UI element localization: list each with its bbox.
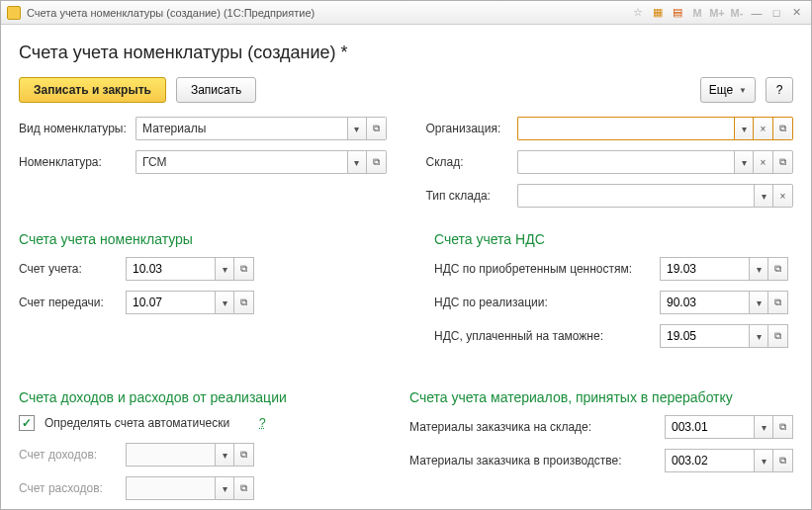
auto-checkbox[interactable]: ✓ (19, 415, 35, 431)
income-label: Счет доходов: (19, 448, 118, 462)
open-icon[interactable]: ⧉ (768, 257, 788, 281)
dropdown-icon[interactable]: ▾ (734, 117, 754, 140)
mat-stock-field[interactable]: ▾ ⧉ (665, 415, 793, 439)
sklad-field[interactable]: ▾ × ⧉ (517, 150, 794, 174)
income-field: ▾ ⧉ (126, 443, 254, 467)
open-icon: ⧉ (234, 476, 254, 500)
dropdown-icon[interactable]: ▾ (749, 324, 768, 348)
sklad-input[interactable] (517, 150, 735, 174)
open-icon[interactable]: ⧉ (768, 291, 788, 314)
nom-input[interactable] (135, 150, 347, 174)
section-accounts-title: Счета учета номенклатуры (19, 231, 395, 247)
nom-label: Номенклатура: (19, 155, 135, 169)
favorite-icon[interactable]: ☆ (629, 5, 647, 21)
open-icon[interactable]: ⧉ (234, 291, 254, 314)
toolbar: Записать и закрыть Записать Еще ▼ ? (19, 77, 793, 103)
open-icon: ⧉ (234, 443, 254, 467)
mat-stock-input[interactable] (665, 415, 754, 439)
account-label: Счет учета: (19, 262, 118, 276)
open-icon[interactable]: ⧉ (367, 117, 387, 140)
open-icon[interactable]: ⧉ (367, 150, 387, 174)
dropdown-icon: ▾ (215, 443, 234, 467)
auto-help-link[interactable]: ? (259, 416, 266, 430)
section-vat-title: Счета учета НДС (434, 231, 793, 247)
dropdown-icon[interactable]: ▾ (215, 291, 234, 314)
vid-label: Вид номенклатуры: (19, 122, 135, 135)
dropdown-icon[interactable]: ▾ (347, 150, 367, 174)
mat-prod-field[interactable]: ▾ ⧉ (665, 449, 793, 472)
mat-prod-label: Материалы заказчика в производстве: (409, 454, 657, 468)
expense-input (126, 476, 215, 500)
tip-input[interactable] (517, 184, 755, 208)
vid-input[interactable] (135, 117, 347, 140)
open-icon[interactable]: ⧉ (773, 117, 793, 140)
mat-stock-label: Материалы заказчика на складе: (409, 420, 657, 434)
sklad-label: Склад: (426, 155, 517, 169)
clear-icon[interactable]: × (754, 117, 773, 140)
open-icon[interactable]: ⧉ (773, 449, 793, 472)
open-icon[interactable]: ⧉ (768, 324, 788, 348)
clear-icon[interactable]: × (754, 150, 773, 174)
nom-field[interactable]: ▾ ⧉ (135, 150, 387, 174)
dropdown-icon[interactable]: ▾ (754, 449, 773, 472)
dropdown-icon[interactable]: ▾ (749, 257, 768, 281)
vat-sales-input[interactable] (660, 291, 749, 314)
org-label: Организация: (426, 122, 517, 135)
open-icon[interactable]: ⧉ (234, 257, 254, 281)
save-button[interactable]: Записать (176, 77, 256, 103)
save-and-close-button[interactable]: Записать и закрыть (19, 77, 166, 103)
titlebar: Счета учета номенклатуры (создание) (1С:… (1, 1, 811, 25)
account-input[interactable] (126, 257, 215, 281)
m-plus-button[interactable]: M+ (708, 5, 726, 21)
vat-purch-field[interactable]: ▾ ⧉ (660, 257, 788, 281)
vat-purch-label: НДС по приобретенным ценностям: (434, 262, 652, 276)
transfer-field[interactable]: ▾ ⧉ (126, 291, 254, 314)
expense-field: ▾ ⧉ (126, 476, 254, 500)
dropdown-icon: ▾ (215, 476, 234, 500)
dropdown-icon[interactable]: ▾ (347, 117, 367, 140)
section-income-title: Счета доходов и расходов от реализации (19, 389, 370, 405)
calendar-icon[interactable]: ▤ (669, 5, 686, 21)
page-title: Счета учета номенклатуры (создание) * (19, 42, 793, 63)
dropdown-icon[interactable]: ▾ (749, 291, 768, 314)
transfer-label: Счет передачи: (19, 296, 118, 309)
app-icon (7, 6, 21, 20)
vat-sales-label: НДС по реализации: (434, 296, 652, 309)
vat-customs-field[interactable]: ▾ ⧉ (660, 324, 788, 348)
more-button[interactable]: Еще ▼ (700, 77, 756, 103)
account-field[interactable]: ▾ ⧉ (126, 257, 254, 281)
mat-prod-input[interactable] (665, 449, 754, 472)
dropdown-icon[interactable]: ▾ (215, 257, 234, 281)
vid-field[interactable]: ▾ ⧉ (135, 117, 387, 140)
vat-customs-label: НДС, уплаченный на таможне: (434, 329, 652, 343)
org-field[interactable]: ▾ × ⧉ (517, 117, 794, 140)
maximize-icon[interactable]: □ (767, 5, 785, 21)
vat-sales-field[interactable]: ▾ ⧉ (660, 291, 788, 314)
close-icon[interactable]: ✕ (787, 5, 805, 21)
clear-icon[interactable]: × (773, 184, 793, 208)
tip-label: Тип склада: (426, 189, 517, 203)
expense-label: Счет расходов: (19, 481, 118, 495)
open-icon[interactable]: ⧉ (773, 150, 793, 174)
section-materials-title: Счета учета материалов, принятых в перер… (409, 389, 793, 405)
help-button[interactable]: ? (766, 77, 793, 103)
chevron-down-icon: ▼ (739, 86, 747, 95)
vat-purch-input[interactable] (660, 257, 749, 281)
vat-customs-input[interactable] (660, 324, 749, 348)
org-input[interactable] (517, 117, 735, 140)
m-minus-button[interactable]: M- (728, 5, 746, 21)
minimize-icon[interactable]: — (748, 5, 766, 21)
dropdown-icon[interactable]: ▾ (754, 415, 773, 439)
dropdown-icon[interactable]: ▾ (734, 150, 754, 174)
more-label: Еще (709, 83, 733, 97)
tip-field[interactable]: ▾ × (517, 184, 794, 208)
open-icon[interactable]: ⧉ (773, 415, 793, 439)
income-input (126, 443, 215, 467)
transfer-input[interactable] (126, 291, 215, 314)
window-title: Счета учета номенклатуры (создание) (1С:… (27, 7, 315, 19)
m-button[interactable]: M (688, 5, 706, 21)
auto-label: Определять счета автоматически (45, 416, 229, 430)
calculator-icon[interactable]: ▦ (649, 5, 667, 21)
dropdown-icon[interactable]: ▾ (754, 184, 773, 208)
